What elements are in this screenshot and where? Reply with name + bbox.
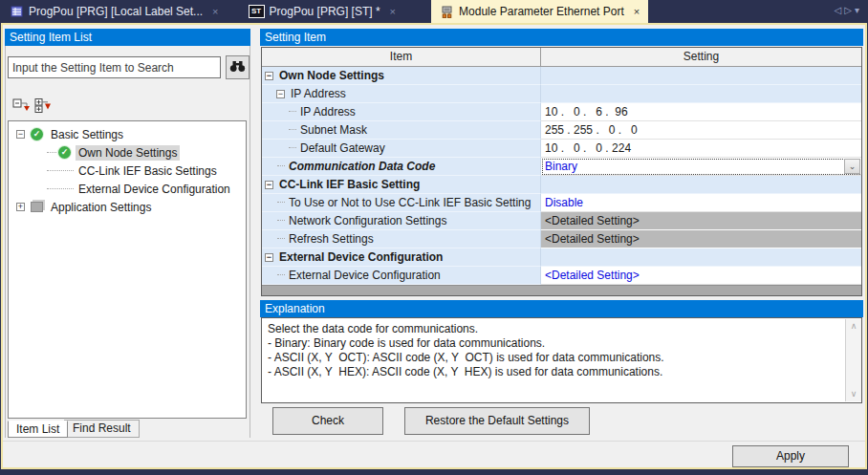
tree-connector	[289, 147, 296, 149]
item-label: External Device Configuration	[279, 250, 443, 264]
setting-cell[interactable]: <Detailed Setting>	[541, 212, 861, 230]
table-row: IP Address10 . 0 . 6 . 96	[262, 103, 861, 121]
tab-nav-arrows: ◁▷▾	[835, 5, 862, 15]
setting-cell[interactable]	[541, 176, 861, 194]
table-row: Refresh Settings<Detailed Setting>	[262, 230, 861, 248]
setting-item-tree: −✓Basic Settings✓Own Node SettingsCC-Lin…	[8, 120, 247, 419]
tab-close-icon[interactable]: ×	[634, 6, 640, 17]
setting-value: 255 . 255 . 0 . 0	[545, 123, 638, 137]
explanation-header: Explanation	[260, 300, 863, 317]
setting-value: 10 . 0 . 0 . 224	[545, 141, 631, 155]
st-badge: ST	[249, 5, 265, 18]
tree-connector	[277, 274, 285, 276]
tree-item-label: External Device Configuration	[76, 182, 233, 197]
setting-cell[interactable]: 10 . 0 . 0 . 224	[541, 140, 861, 158]
column-header-setting: Setting	[541, 48, 861, 66]
settings-folder-icon	[31, 202, 43, 212]
expand-icon[interactable]: +	[16, 203, 25, 211]
tab-item-list[interactable]: Item List	[8, 421, 68, 438]
item-label: Refresh Settings	[289, 232, 374, 246]
item-cell[interactable]: Network Configuration Settings	[262, 212, 541, 230]
apply-button[interactable]: Apply	[732, 445, 849, 467]
search-button[interactable]	[226, 55, 250, 79]
settings-table: Item Setting −Own Node Settings−IP Addre…	[261, 47, 862, 296]
explanation-scrollbar[interactable]: ∧ ∨	[845, 319, 861, 401]
tree-item-label: Application Settings	[48, 200, 154, 215]
tree-item-basic-settings[interactable]: −✓Basic Settings	[9, 125, 246, 143]
collapse-icon[interactable]: −	[265, 253, 273, 262]
tab-close-icon[interactable]: ×	[212, 6, 218, 17]
item-cell[interactable]: −External Device Configuration	[262, 248, 541, 267]
item-label: Default Gateway	[300, 141, 385, 155]
setting-value: <Detailed Setting>	[545, 269, 640, 282]
setting-cell[interactable]	[541, 85, 861, 103]
explanation-box: Select the data code for communications.…	[261, 317, 862, 403]
expand-tree-button[interactable]	[33, 98, 54, 115]
chevron-down-icon[interactable]: ⌄	[844, 159, 860, 174]
dropdown-value: Binary	[545, 160, 577, 173]
tab-nav-forward-icon[interactable]: ▷	[844, 5, 855, 15]
setting-value: Disable	[545, 196, 583, 209]
tab-label: Module Parameter Ethernet Port	[459, 5, 624, 18]
document-tab[interactable]: STProgPou [PRG] [ST] *×	[240, 0, 404, 23]
scroll-up-icon[interactable]: ∧	[846, 319, 861, 334]
collapse-icon[interactable]: −	[265, 181, 273, 189]
table-row: Communication Data CodeBinary⌄	[262, 158, 861, 176]
tree-item-application-settings[interactable]: +Application Settings	[9, 198, 246, 216]
document-tab[interactable]: ProgPou [PRG] [Local Label Set...×	[2, 0, 228, 23]
item-cell[interactable]: To Use or Not to Use CC-Link IEF Basic S…	[262, 194, 541, 212]
collapse-tree-icon	[12, 98, 32, 116]
tree-item-label: Own Node Settings	[76, 145, 180, 161]
setting-cell[interactable]: Disable	[541, 194, 861, 212]
item-cell[interactable]: Refresh Settings	[262, 230, 541, 248]
item-cell[interactable]: Subnet Mask	[262, 121, 541, 140]
tree-item-label: Basic Settings	[48, 127, 126, 142]
item-cell[interactable]: Communication Data Code	[262, 158, 541, 176]
setting-cell[interactable]: 255 . 255 . 0 . 0	[541, 121, 861, 140]
check-button[interactable]: Check	[272, 407, 383, 435]
item-cell[interactable]: −IP Address	[262, 85, 541, 103]
setting-cell[interactable]: <Detailed Setting>	[541, 267, 861, 285]
tree-connector	[277, 202, 285, 204]
setting-cell[interactable]: Binary⌄	[541, 158, 861, 176]
setting-cell[interactable]	[541, 67, 861, 85]
collapse-tree-button[interactable]	[11, 98, 33, 115]
table-row: To Use or Not to Use CC-Link IEF Basic S…	[262, 194, 861, 212]
item-cell[interactable]: IP Address	[262, 103, 541, 121]
restore-defaults-button[interactable]: Restore the Default Settings	[404, 407, 590, 435]
tab-close-icon[interactable]: ×	[390, 6, 396, 17]
explanation-line: - ASCII (X, Y HEX): ASCII code (X, Y HEX…	[268, 365, 838, 379]
tab-nav-menu-icon[interactable]: ▾	[855, 5, 862, 15]
item-label: Communication Data Code	[289, 160, 435, 173]
setting-value: <Detailed Setting>	[545, 214, 640, 227]
setting-cell[interactable]	[541, 248, 861, 267]
item-label: IP Address	[291, 87, 346, 100]
item-cell[interactable]: Default Gateway	[262, 140, 541, 158]
collapse-icon[interactable]: −	[265, 72, 273, 80]
document-tab[interactable]: Module Parameter Ethernet Port×	[431, 0, 648, 23]
setting-cell[interactable]: 10 . 0 . 6 . 96	[541, 103, 861, 121]
tree-connector	[277, 165, 285, 167]
tree-connector	[277, 220, 285, 222]
collapse-icon[interactable]: −	[16, 130, 25, 139]
table-row: Default Gateway10 . 0 . 0 . 224	[262, 140, 861, 158]
table-body: −Own Node Settings−IP AddressIP Address1…	[262, 67, 861, 285]
tree-item-own-node-settings[interactable]: ✓Own Node Settings	[9, 143, 246, 162]
tree-item-external-device-configuration[interactable]: External Device Configuration	[9, 180, 246, 198]
setting-cell[interactable]: <Detailed Setting>	[541, 230, 861, 248]
tree-item-cc-link-ief-basic-settings[interactable]: CC-Link IEF Basic Settings	[9, 162, 246, 180]
tree-connector	[47, 170, 74, 172]
tree-item-label: CC-Link IEF Basic Settings	[76, 163, 220, 179]
tab-nav-back-icon[interactable]: ◁	[835, 5, 845, 15]
item-cell[interactable]: −Own Node Settings	[262, 67, 541, 85]
item-cell[interactable]: −CC-Link IEF Basic Setting	[262, 176, 541, 194]
collapse-icon[interactable]: −	[276, 90, 285, 98]
scroll-down-icon[interactable]: ∨	[846, 387, 861, 401]
tree-connector	[47, 152, 56, 154]
item-label: Network Configuration Settings	[289, 214, 446, 227]
item-cell[interactable]: External Device Configuration	[262, 267, 541, 285]
tree-connector	[277, 238, 285, 240]
setting-item-list-header: Setting Item List	[5, 29, 250, 46]
tab-find-result[interactable]: Find Result	[64, 420, 140, 438]
search-input[interactable]	[8, 56, 221, 78]
